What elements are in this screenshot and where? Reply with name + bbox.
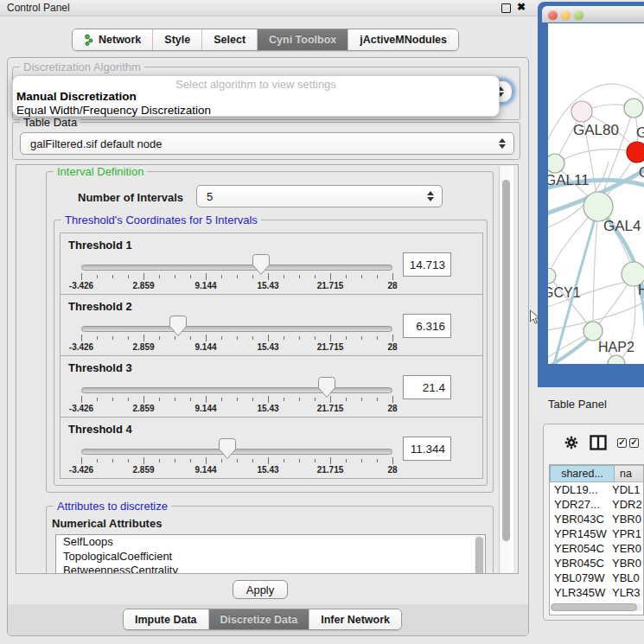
slider-tick [361, 275, 362, 278]
table-row[interactable]: YDR27...YDR2 [550, 497, 643, 512]
node-gal80[interactable] [571, 101, 592, 122]
attributes-scrollbar[interactable] [475, 536, 484, 574]
table-row[interactable]: YDL19...YDL1 [550, 482, 643, 497]
settings-scrollbar[interactable] [499, 166, 513, 573]
table-horizontal-scrollbar[interactable] [551, 603, 642, 611]
column-header-shared-name[interactable]: shared... [550, 465, 615, 482]
threshold-4-value-field[interactable]: 11.344 [403, 437, 451, 461]
tab-jactivemnodules[interactable]: jActiveMNodules [348, 29, 458, 50]
cell-name[interactable]: YDL1 [609, 482, 643, 497]
node-gcy1[interactable] [548, 268, 556, 284]
slider-tick-labels: -3.4262.8599.14415.4321.71528 [61, 465, 482, 475]
threshold-3-value-field[interactable]: 21.4 [403, 375, 451, 399]
tab-infer-network[interactable]: Infer Network [309, 609, 401, 629]
cell-shared-name[interactable]: YDL19... [550, 482, 609, 497]
close-icon[interactable]: ✖ [517, 1, 526, 13]
slider-tick-label: 28 [387, 404, 397, 413]
threshold-2-value-field[interactable]: 6.316 [403, 314, 451, 338]
gear-icon[interactable] [564, 435, 579, 450]
table-row[interactable]: YBL079WYBL0 [550, 571, 643, 585]
combo-arrows-icon [499, 138, 506, 149]
cell-shared-name[interactable]: YBR043C [550, 512, 609, 526]
node-gal11[interactable] [548, 154, 564, 173]
slider-tick-label: 15.43 [257, 404, 278, 413]
node-hap2[interactable] [583, 322, 603, 341]
tab-discretize-data-label: Discretize Data [220, 614, 298, 626]
apply-button[interactable]: Apply [233, 580, 288, 599]
tab-discretize-data[interactable]: Discretize Data [209, 609, 310, 629]
slider-tick [237, 459, 238, 462]
node-selected-red[interactable] [627, 142, 644, 163]
tab-network[interactable]: Network [73, 29, 153, 50]
attribute-list-item[interactable]: TopologicalCoefficient [56, 550, 485, 564]
threshold-1-value-field[interactable]: 14.713 [403, 252, 451, 277]
close-traffic-light-icon[interactable] [548, 10, 558, 20]
table-horizontal-scrollbar-thumb[interactable] [551, 603, 637, 611]
cell-name[interactable]: YDR2 [609, 497, 643, 512]
table-row[interactable]: YLR345WYLR3 [550, 585, 643, 600]
table-row[interactable]: YER054CYER0 [550, 541, 643, 556]
slider-tick-labels: -3.4262.8599.14415.4321.71528 [61, 281, 482, 291]
slider-tick [299, 336, 300, 340]
cell-shared-name[interactable]: YBR045C [550, 556, 609, 571]
cell-shared-name[interactable]: YPR145W [550, 526, 609, 541]
cell-shared-name[interactable]: YLR345W [550, 585, 609, 600]
column-header-name[interactable]: na [615, 465, 644, 482]
zoom-traffic-light-icon[interactable] [574, 10, 583, 20]
tab-cyni-toolbox[interactable]: Cyni Toolbox [258, 29, 348, 50]
checkbox-icon-2[interactable]: ✓ [629, 438, 639, 448]
slider-tick-label: 15.43 [257, 281, 278, 290]
slider-tick-label: 9.144 [194, 465, 216, 475]
float-window-icon[interactable] [501, 3, 511, 13]
dropdown-item-manual-discretization[interactable]: Manual Discretization [16, 90, 137, 103]
network-canvas[interactable]: GAL80 GA C GAL11 GAL4 GCY1 H HAP2 [548, 23, 644, 364]
slider-tick-label: 21.715 [317, 404, 344, 413]
tab-select[interactable]: Select [202, 29, 258, 50]
dropdown-item-equal-width-frequency[interactable]: Equal Width/Frequency Discretization [16, 104, 211, 117]
tab-style[interactable]: Style [153, 29, 202, 50]
dropdown-prompt-item[interactable]: Select algorithm to view settings [13, 78, 499, 91]
cell-shared-name[interactable]: YBL079W [550, 571, 609, 585]
cell-name[interactable]: YLR3 [609, 585, 643, 600]
slider-tick [377, 459, 378, 462]
label-partial-ga: GA [636, 124, 644, 141]
number-of-intervals-combobox[interactable]: 5 [196, 185, 443, 207]
table-row[interactable]: YBR045CYBR0 [550, 556, 643, 571]
threshold-2-slider[interactable] [81, 326, 392, 332]
slider-tick [346, 398, 347, 401]
node-top-right[interactable] [624, 99, 643, 118]
cell-name[interactable]: YER0 [609, 541, 643, 556]
node-bottom-partial[interactable] [608, 355, 625, 364]
attributes-scrollbar-thumb[interactable] [475, 537, 483, 574]
slider-tick [252, 398, 253, 401]
slider-tick [81, 396, 82, 403]
slider-tick [81, 273, 82, 280]
minimize-traffic-light-icon[interactable] [561, 10, 571, 20]
table-row[interactable]: YBR043CYBR0 [550, 512, 643, 526]
threshold-4-slider[interactable] [81, 449, 392, 455]
table-data-combobox[interactable]: galFiltered.sif default node [20, 132, 514, 155]
cell-name[interactable]: YPR1 [609, 526, 643, 541]
node-gal4[interactable] [583, 192, 613, 221]
settings-scrollbar-thumb[interactable] [502, 180, 510, 541]
table-row[interactable]: YPR145WYPR1 [550, 526, 643, 541]
cell-shared-name[interactable]: YER054C [550, 541, 609, 556]
attribute-list-item[interactable]: BetweennessCentrality [56, 564, 485, 574]
slider-tick [190, 459, 191, 462]
slider-tick [392, 273, 393, 280]
tab-infer-network-label: Infer Network [321, 614, 390, 626]
cell-name[interactable]: YBR0 [609, 556, 643, 571]
cell-name[interactable]: YBR0 [609, 512, 643, 526]
threshold-1-slider[interactable] [81, 265, 392, 271]
slider-tick [221, 336, 222, 340]
slider-tick [315, 275, 316, 278]
numerical-attributes-list[interactable]: SelfLoopsTopologicalCoefficientBetweenne… [55, 534, 486, 574]
checkbox-icon-1[interactable]: ✓ [617, 438, 627, 448]
cell-name[interactable]: YBL0 [609, 571, 643, 585]
cell-shared-name[interactable]: YDR27... [550, 497, 609, 512]
attribute-list-item[interactable]: SelfLoops [56, 535, 485, 550]
threshold-3-slider[interactable] [81, 387, 392, 393]
split-columns-icon[interactable] [590, 435, 607, 450]
slider-tick-label: -3.426 [69, 342, 93, 352]
tab-impute-data[interactable]: Impute Data [124, 609, 209, 629]
